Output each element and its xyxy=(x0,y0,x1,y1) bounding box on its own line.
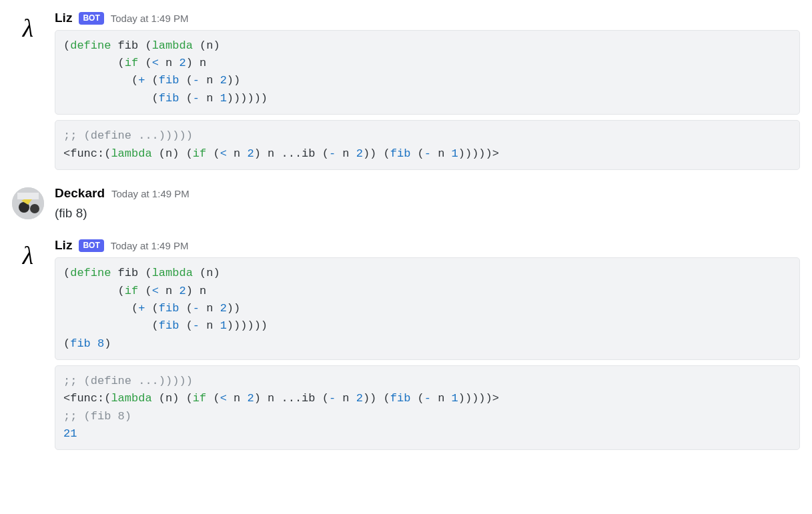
svg-rect-3 xyxy=(17,193,39,199)
code-token: 2 xyxy=(356,147,363,160)
code-token: ;; (fib 8) xyxy=(63,410,131,423)
code-token: 1 xyxy=(220,319,227,332)
code-token: < xyxy=(152,57,159,69)
message-body: LizBOTToday at 1:49 PM(define fib (lambd… xyxy=(55,11,800,170)
chat-message: λLizBOTToday at 1:49 PM(define fib (lamb… xyxy=(12,233,800,461)
code-token: - xyxy=(193,74,199,87)
code-token: 2 xyxy=(179,57,185,69)
message-body: LizBOTToday at 1:49 PM(define fib (lambd… xyxy=(55,238,800,450)
code-token: - xyxy=(193,92,199,105)
code-token: fib xyxy=(159,74,179,87)
code-token: - xyxy=(329,392,336,405)
code-block: ;; (define ...))))) <func:(lambda (n) (i… xyxy=(55,365,800,450)
code-token: ;; (define ...))))) xyxy=(63,129,193,142)
code-token: 1 xyxy=(452,147,458,160)
code-token: define xyxy=(70,267,111,279)
code-token: if xyxy=(193,392,206,405)
code-block: ;; (define ...))))) <func:(lambda (n) (i… xyxy=(55,120,800,170)
bot-avatar[interactable]: λ xyxy=(12,239,44,271)
user-avatar[interactable] xyxy=(12,187,44,219)
code-token: if xyxy=(125,57,138,69)
bot-badge: BOT xyxy=(79,12,103,25)
code-token: 2 xyxy=(247,392,254,405)
chat-message: λLizBOTToday at 1:49 PM(define fib (lamb… xyxy=(12,5,800,181)
author-name[interactable]: Liz xyxy=(55,11,72,25)
author-name[interactable]: Liz xyxy=(55,238,72,253)
code-token: - xyxy=(329,147,336,160)
message-timestamp: Today at 1:49 PM xyxy=(111,240,189,251)
bot-badge: BOT xyxy=(79,239,103,252)
code-token: fib xyxy=(390,147,411,160)
code-token: + xyxy=(138,74,145,87)
code-token: < xyxy=(220,392,227,405)
message-body: DeckardToday at 1:49 PM(fib 8) xyxy=(55,186,800,223)
code-token: if xyxy=(193,147,206,160)
code-token: define xyxy=(70,39,111,52)
code-token: fib xyxy=(390,392,411,405)
code-token: 2 xyxy=(220,74,227,87)
chat-message: DeckardToday at 1:49 PM(fib 8) xyxy=(12,181,800,233)
author-name[interactable]: Deckard xyxy=(55,186,105,201)
code-token: lambda xyxy=(152,39,193,52)
message-header: DeckardToday at 1:49 PM xyxy=(55,186,800,201)
code-token: lambda xyxy=(152,267,193,279)
message-header: LizBOTToday at 1:49 PM xyxy=(55,238,800,253)
code-token: ;; (define ...))))) xyxy=(63,375,193,387)
code-token: - xyxy=(424,147,431,160)
code-token: - xyxy=(193,302,199,315)
message-header: LizBOTToday at 1:49 PM xyxy=(55,11,800,26)
code-token: + xyxy=(138,302,145,315)
code-token: lambda xyxy=(111,392,151,405)
code-token: 1 xyxy=(220,92,227,105)
code-token: fib xyxy=(159,319,179,332)
code-token: 21 xyxy=(63,427,77,440)
code-token: fib xyxy=(70,337,91,350)
bot-avatar[interactable]: λ xyxy=(12,12,44,44)
message-timestamp: Today at 1:49 PM xyxy=(111,188,189,199)
code-token: lambda xyxy=(111,147,151,160)
code-token: 2 xyxy=(179,285,185,297)
code-token: 2 xyxy=(247,147,254,160)
code-token: fib xyxy=(159,302,179,315)
code-token: < xyxy=(220,147,227,160)
svg-point-2 xyxy=(30,204,39,213)
code-token: - xyxy=(424,392,431,405)
code-block: (define fib (lambda (n) (if (< n 2) n (+… xyxy=(55,257,800,360)
code-token: if xyxy=(125,285,138,297)
code-token: 8 xyxy=(97,337,104,350)
code-token: 1 xyxy=(452,392,458,405)
message-timestamp: Today at 1:49 PM xyxy=(111,13,189,24)
code-token: fib xyxy=(159,92,179,105)
message-text: (fib 8) xyxy=(55,205,800,223)
code-token: < xyxy=(152,285,159,297)
code-block: (define fib (lambda (n) (if (< n 2) n (+… xyxy=(55,30,800,115)
code-token: 2 xyxy=(356,392,363,405)
code-token: - xyxy=(193,319,199,332)
code-token: 2 xyxy=(220,302,227,315)
